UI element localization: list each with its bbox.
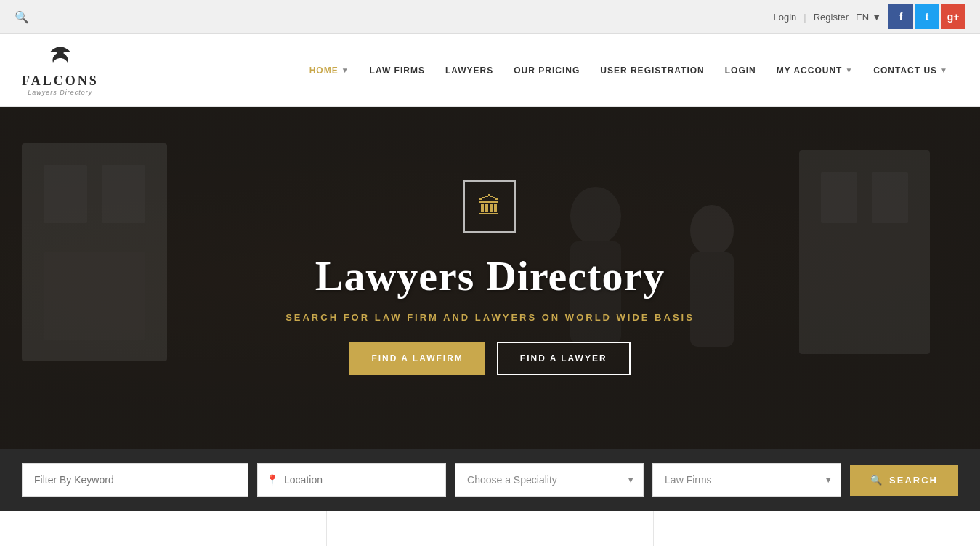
logo-title: FALCONS — [22, 73, 99, 89]
search-icon[interactable]: 🔍 — [15, 10, 29, 24]
bottom-col-2 — [327, 511, 654, 546]
keyword-input[interactable] — [22, 463, 248, 497]
nav-home-arrow: ▼ — [341, 66, 349, 74]
location-input[interactable] — [257, 463, 446, 497]
hero-icon-box: 🏛 — [463, 180, 516, 233]
svg-point-0 — [59, 47, 62, 50]
search-button[interactable]: 🔍 SEARCH — [850, 465, 958, 496]
speciality-select-wrap: Choose a Speciality Criminal Law Civil L… — [455, 463, 644, 497]
login-link[interactable]: Login — [773, 12, 796, 23]
header: FALCONS Lawyers Directory HOME ▼ LAW FIR… — [0, 34, 980, 107]
top-bar-left: 🔍 — [15, 10, 29, 24]
bottom-area — [0, 511, 980, 546]
nav-law-firms[interactable]: LAW FIRMS — [360, 58, 435, 83]
nav-my-account[interactable]: MY ACCOUNT ▼ — [766, 58, 864, 83]
svg-rect-6 — [821, 172, 857, 223]
nav-user-registration[interactable]: USER REGISTRATION — [590, 58, 714, 83]
svg-rect-2 — [44, 165, 87, 223]
googleplus-button[interactable]: g+ — [941, 4, 965, 29]
hero-title: Lawyers Directory — [315, 252, 665, 300]
type-select-wrap: Law Firms Lawyers ▼ — [652, 463, 841, 497]
svg-rect-7 — [872, 172, 908, 223]
logo-icon — [47, 45, 73, 73]
svg-point-10 — [690, 205, 734, 256]
hero-buttons: FIND A LAWFIRM FIND A LAWYER — [349, 342, 630, 375]
bottom-col-3 — [654, 511, 980, 546]
logo[interactable]: FALCONS Lawyers Directory — [22, 45, 99, 96]
top-bar: 🔍 Login | Register EN ▼ f t g+ — [0, 0, 980, 34]
find-lawyer-button[interactable]: FIND A LAWYER — [497, 342, 631, 375]
hero-section: 🏛 Lawyers Directory SEARCH FOR LAW FIRM … — [0, 107, 980, 449]
speciality-select[interactable]: Choose a Speciality Criminal Law Civil L… — [455, 463, 644, 497]
facebook-button[interactable]: f — [888, 4, 913, 29]
type-select[interactable]: Law Firms Lawyers — [652, 463, 841, 497]
bottom-col-1 — [0, 511, 327, 546]
nav-lawyers[interactable]: LAWYERS — [435, 58, 503, 83]
svg-rect-4 — [44, 252, 145, 340]
nav-home[interactable]: HOME ▼ — [299, 58, 360, 83]
logo-subtitle: Lawyers Directory — [28, 89, 92, 96]
language-selector[interactable]: EN ▼ — [856, 12, 881, 23]
hero-content: 🏛 Lawyers Directory SEARCH FOR LAW FIRM … — [286, 180, 694, 375]
svg-rect-5 — [799, 150, 930, 354]
social-buttons: f t g+ — [888, 4, 965, 29]
location-select-wrap: 📍 — [257, 463, 446, 497]
svg-rect-3 — [102, 165, 145, 223]
nav-account-arrow: ▼ — [845, 66, 853, 74]
nav-contact-arrow: ▼ — [940, 66, 948, 74]
keyword-input-wrap — [22, 463, 248, 497]
find-lawfirm-button[interactable]: FIND A LAWFIRM — [349, 342, 485, 375]
nav-login[interactable]: LOGIN — [715, 58, 766, 83]
nav-contact-us[interactable]: CONTACT US ▼ — [863, 58, 958, 83]
search-bar: 📍 Choose a Speciality Criminal Law Civil… — [0, 449, 980, 511]
svg-rect-11 — [690, 252, 734, 347]
hero-subtitle: SEARCH FOR LAW FIRM AND LAWYERS ON WORLD… — [286, 312, 694, 323]
nav-pricing[interactable]: OUR PRICING — [503, 58, 590, 83]
twitter-button[interactable]: t — [915, 4, 939, 29]
building-icon: 🏛 — [478, 193, 501, 220]
top-bar-right: Login | Register EN ▼ f t g+ — [773, 4, 965, 29]
register-link[interactable]: Register — [814, 12, 849, 23]
main-nav: HOME ▼ LAW FIRMS LAWYERS OUR PRICING USE… — [299, 58, 958, 83]
search-magnifier-icon: 🔍 — [870, 475, 883, 486]
